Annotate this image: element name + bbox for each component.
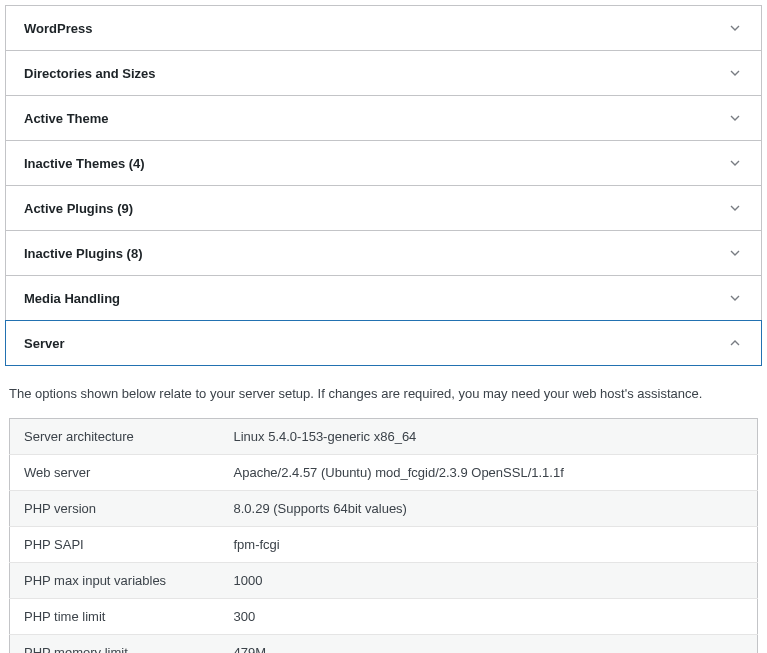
chevron-down-icon — [727, 155, 743, 171]
chevron-down-icon — [727, 200, 743, 216]
chevron-down-icon — [727, 65, 743, 81]
accordion: WordPress Directories and Sizes Active T… — [5, 5, 762, 366]
row-value: 8.0.29 (Supports 64bit values) — [220, 490, 758, 526]
panel-media-handling[interactable]: Media Handling — [6, 276, 761, 321]
table-row: PHP time limit 300 — [10, 598, 758, 634]
row-value: 300 — [220, 598, 758, 634]
row-value: 479M — [220, 634, 758, 653]
chevron-down-icon — [727, 110, 743, 126]
row-label: PHP version — [10, 490, 220, 526]
table-row: PHP version 8.0.29 (Supports 64bit value… — [10, 490, 758, 526]
panel-label: Directories and Sizes — [24, 66, 156, 81]
server-description: The options shown below relate to your s… — [5, 366, 762, 418]
panel-server-body: The options shown below relate to your s… — [5, 366, 762, 653]
panel-label: Active Plugins (9) — [24, 201, 133, 216]
panel-active-theme[interactable]: Active Theme — [6, 96, 761, 141]
chevron-down-icon — [727, 245, 743, 261]
table-row: Web server Apache/2.4.57 (Ubuntu) mod_fc… — [10, 454, 758, 490]
row-value: Linux 5.4.0-153-generic x86_64 — [220, 418, 758, 454]
panel-label: Media Handling — [24, 291, 120, 306]
row-value: Apache/2.4.57 (Ubuntu) mod_fcgid/2.3.9 O… — [220, 454, 758, 490]
row-value: fpm-fcgi — [220, 526, 758, 562]
panel-label: Inactive Themes (4) — [24, 156, 145, 171]
row-value: 1000 — [220, 562, 758, 598]
panel-server[interactable]: Server — [5, 320, 762, 366]
panel-label: Server — [24, 336, 64, 351]
row-label: PHP time limit — [10, 598, 220, 634]
panel-label: Inactive Plugins (8) — [24, 246, 142, 261]
row-label: Server architecture — [10, 418, 220, 454]
table-row: PHP memory limit 479M — [10, 634, 758, 653]
panel-inactive-themes[interactable]: Inactive Themes (4) — [6, 141, 761, 186]
row-label: PHP memory limit — [10, 634, 220, 653]
panel-active-plugins[interactable]: Active Plugins (9) — [6, 186, 761, 231]
server-info-table: Server architecture Linux 5.4.0-153-gene… — [9, 418, 758, 654]
table-row: PHP SAPI fpm-fcgi — [10, 526, 758, 562]
panel-label: Active Theme — [24, 111, 109, 126]
panel-wordpress[interactable]: WordPress — [6, 6, 761, 51]
chevron-down-icon — [727, 20, 743, 36]
table-row: PHP max input variables 1000 — [10, 562, 758, 598]
panel-inactive-plugins[interactable]: Inactive Plugins (8) — [6, 231, 761, 276]
chevron-down-icon — [727, 290, 743, 306]
chevron-up-icon — [727, 335, 743, 351]
row-label: Web server — [10, 454, 220, 490]
row-label: PHP max input variables — [10, 562, 220, 598]
panel-label: WordPress — [24, 21, 92, 36]
table-row: Server architecture Linux 5.4.0-153-gene… — [10, 418, 758, 454]
row-label: PHP SAPI — [10, 526, 220, 562]
panel-directories-sizes[interactable]: Directories and Sizes — [6, 51, 761, 96]
